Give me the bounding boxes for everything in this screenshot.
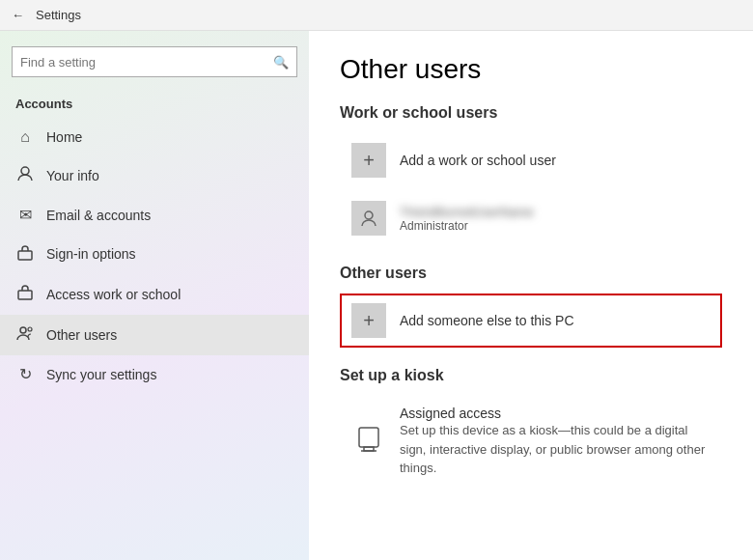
sidebar-item-other-users[interactable]: Other users xyxy=(0,315,309,355)
add-someone-plus-icon: + xyxy=(351,303,386,338)
main-content: Other users Work or school users + Add a… xyxy=(309,31,753,560)
svg-rect-2 xyxy=(18,291,32,299)
person-icon xyxy=(351,201,386,236)
back-button[interactable]: ← xyxy=(12,8,24,22)
search-icon: 🔍 xyxy=(273,55,289,70)
user-name-blurred: ThisIsBlurredUserName xyxy=(400,205,534,219)
sidebar-item-label-other-users: Other users xyxy=(46,327,117,343)
sidebar-item-label-signin: Sign-in options xyxy=(46,246,136,262)
sidebar-item-your-info[interactable]: Your info xyxy=(0,155,309,196)
add-someone-label: Add someone else to this PC xyxy=(400,313,574,328)
your-info-icon xyxy=(15,165,35,186)
sidebar-item-label-access: Access work or school xyxy=(46,287,181,302)
search-box[interactable]: 🔍 xyxy=(12,46,297,77)
other-users-icon xyxy=(15,324,35,346)
assigned-access-item[interactable]: Assigned access Set up this device as a … xyxy=(340,396,722,488)
svg-rect-1 xyxy=(18,251,32,260)
svg-point-5 xyxy=(365,211,373,219)
sidebar-item-email-accounts[interactable]: ✉ Email & accounts xyxy=(0,196,309,234)
svg-rect-6 xyxy=(359,428,378,447)
title-bar: ← Settings xyxy=(0,0,753,31)
sidebar: 🔍 Accounts ⌂ Home Your info ✉ Email & ac… xyxy=(0,31,309,560)
svg-point-0 xyxy=(21,167,29,175)
sidebar-item-sign-in[interactable]: Sign-in options xyxy=(0,234,309,274)
svg-point-3 xyxy=(20,327,26,333)
home-icon: ⌂ xyxy=(15,128,35,146)
kiosk-section: Set up a kiosk Assigned access Set up th… xyxy=(340,367,722,488)
other-users-content-section: Other users + Add someone else to this P… xyxy=(340,265,722,348)
add-work-school-item[interactable]: + Add a work or school user xyxy=(340,133,722,187)
work-school-section: Work or school users + Add a work or sch… xyxy=(340,104,722,245)
main-container: 🔍 Accounts ⌂ Home Your info ✉ Email & ac… xyxy=(0,31,753,560)
add-work-school-label: Add a work or school user xyxy=(400,153,556,168)
sign-in-icon xyxy=(15,243,35,265)
accounts-section-label: Accounts xyxy=(0,93,309,119)
sidebar-item-home[interactable]: ⌂ Home xyxy=(0,119,309,155)
sidebar-item-label-home: Home xyxy=(46,129,82,145)
existing-user-info: ThisIsBlurredUserName Administrator xyxy=(400,205,534,233)
assigned-access-label: Assigned access xyxy=(400,406,711,421)
title-bar-title: Settings xyxy=(36,8,81,22)
assigned-access-info: Assigned access Set up this device as a … xyxy=(400,406,711,478)
briefcase-icon xyxy=(15,284,35,305)
sidebar-item-access-work[interactable]: Access work or school xyxy=(0,274,309,315)
existing-user-item[interactable]: ThisIsBlurredUserName Administrator xyxy=(340,191,722,245)
work-school-heading: Work or school users xyxy=(340,104,722,122)
search-input[interactable] xyxy=(20,55,273,70)
page-title: Other users xyxy=(340,54,722,85)
email-icon: ✉ xyxy=(15,206,35,224)
add-someone-item[interactable]: + Add someone else to this PC xyxy=(340,294,722,348)
other-users-heading: Other users xyxy=(340,265,722,282)
kiosk-icon xyxy=(351,424,386,459)
svg-point-4 xyxy=(28,327,32,331)
add-work-school-plus-icon: + xyxy=(351,143,386,178)
user-role: Administrator xyxy=(400,219,534,233)
sync-icon: ↻ xyxy=(15,365,35,383)
sidebar-item-label-your-info: Your info xyxy=(46,168,99,183)
kiosk-description: Set up this device as a kiosk—this could… xyxy=(400,421,711,478)
sidebar-item-sync[interactable]: ↻ Sync your settings xyxy=(0,355,309,393)
sidebar-item-label-email: Email & accounts xyxy=(46,208,151,223)
kiosk-heading: Set up a kiosk xyxy=(340,367,722,384)
sidebar-item-label-sync: Sync your settings xyxy=(46,367,156,382)
